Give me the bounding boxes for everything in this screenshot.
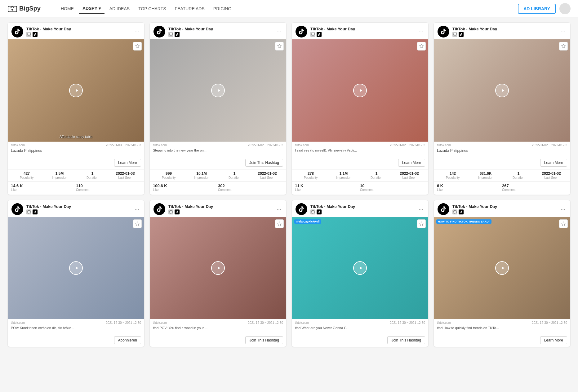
card-title-block: TikTok - Make Your Day 💬 <box>452 27 556 37</box>
card-thumbnail[interactable] <box>8 217 144 319</box>
favorite-button[interactable] <box>417 219 426 228</box>
card-header: TikTok - Make Your Day 💬 ··· <box>292 23 428 39</box>
platform-icon <box>175 209 180 214</box>
play-button[interactable] <box>353 261 367 275</box>
stat-popularity: 278 Popularity <box>295 171 327 179</box>
card-thumbnail[interactable] <box>292 39 428 142</box>
thumb-badge: HOW TO FIND TIKTOK TRENDS EARLY <box>436 219 491 224</box>
card-thumbnail[interactable] <box>150 217 286 319</box>
favorite-button[interactable] <box>559 42 568 51</box>
stat-duration: 1 Duration <box>503 171 534 179</box>
tiktok-logo <box>438 26 449 37</box>
cta-button[interactable]: Learn More <box>114 159 141 167</box>
stat-duration: 1 Duration <box>361 171 392 179</box>
card-thumbnail[interactable]: #FritoLayRickRoll <box>292 217 428 319</box>
comment-icon: 💬 <box>26 32 31 37</box>
card-icons: 💬 <box>310 209 414 214</box>
ad-library-button[interactable]: AD LIBRARY <box>518 4 556 14</box>
play-button[interactable] <box>211 84 225 97</box>
card-cta-area: Join This Hashtag <box>150 157 286 169</box>
card-thumbnail[interactable] <box>434 39 570 142</box>
card-cta-area: Learn More <box>8 157 144 169</box>
play-button[interactable] <box>353 84 367 97</box>
cta-button[interactable]: Learn More <box>398 159 425 167</box>
card-likes: 100.6 K Like 302 Comment <box>150 181 286 195</box>
card-source: tiktok.com <box>295 321 309 324</box>
card-description: POV: Kund:innen erzählen dir, sie bräuc.… <box>8 325 144 335</box>
card-icons: 💬 <box>452 32 556 37</box>
play-button[interactable] <box>69 261 83 275</box>
card-header: TikTok - Make Your Day 💬 ··· <box>434 200 570 217</box>
card-desc-preview: #ad What are you Never Gonna G... <box>295 326 425 330</box>
card-grid: TikTok - Make Your Day 💬 ··· Affordable … <box>7 22 571 347</box>
card-more-button[interactable]: ··· <box>559 29 567 34</box>
nav-top-charts[interactable]: TOP CHARTS <box>135 4 170 14</box>
card-icons: 💬 <box>26 32 130 37</box>
nav-links: HOME ADSPY ▾ AD IDEAS TOP CHARTS FEATURE… <box>57 3 518 14</box>
nav-pricing[interactable]: PRICING <box>210 4 235 14</box>
nav-adspy[interactable]: ADSPY ▾ <box>79 3 104 14</box>
nav-feature-ads[interactable]: FEATURE ADS <box>171 4 208 14</box>
card-description: Stepping into the new year the on... <box>150 148 286 157</box>
card-desc-preview: I said yes (to myself). #finejewelry #so… <box>295 148 425 153</box>
card-description: Lazada Philippines <box>8 148 144 157</box>
card-2: TikTok - Make Your Day 💬 ··· <box>149 22 287 195</box>
cta-button[interactable]: Learn More <box>540 336 567 344</box>
card-cta-area: Join This Hashtag <box>150 335 286 347</box>
card-more-button[interactable]: ··· <box>275 206 282 212</box>
card-5: TikTok - Make Your Day 💬 ··· <box>7 200 144 347</box>
cta-button[interactable]: Join This Hashtag <box>387 336 425 344</box>
favorite-button[interactable] <box>275 42 284 51</box>
logo[interactable]: BigSpy <box>7 4 41 14</box>
card-more-button[interactable]: ··· <box>417 206 425 212</box>
nav-home[interactable]: HOME <box>57 4 78 14</box>
platform-icon <box>317 209 322 214</box>
card-title-block: TikTok - Make Your Day 💬 <box>168 27 272 37</box>
comment-icon: 💬 <box>452 32 457 37</box>
play-button[interactable] <box>211 261 225 275</box>
nav-ad-ideas[interactable]: AD IDEAS <box>106 4 133 14</box>
card-more-button[interactable]: ··· <box>559 206 567 212</box>
cta-button[interactable]: Abonnieren <box>114 336 141 344</box>
card-meta: tiktok.com 2022-01-02 ~ 2022-01-02 <box>150 142 286 148</box>
comment-count: 302 Comment <box>218 183 283 192</box>
cta-button[interactable]: Join This Hashtag <box>245 159 283 167</box>
card-icons: 💬 <box>310 32 414 37</box>
favorite-button[interactable] <box>133 219 142 228</box>
card-stats: 142 Popularity 631.6K Impression 1 Durat… <box>434 169 570 181</box>
comment-icon: 💬 <box>168 32 173 37</box>
play-button[interactable] <box>495 261 509 275</box>
favorite-button[interactable] <box>133 42 142 51</box>
card-meta: tiktok.com 2021-12-30 ~ 2021-12-30 <box>8 319 144 325</box>
card-title: TikTok - Make Your Day <box>168 204 272 209</box>
tiktok-logo <box>296 203 307 215</box>
card-thumbnail[interactable] <box>150 39 286 142</box>
card-1: TikTok - Make Your Day 💬 ··· Affordable … <box>7 22 144 195</box>
card-title: TikTok - Make Your Day <box>452 204 556 209</box>
card-date-range: 2021-12-30 ~ 2021-12-30 <box>106 321 141 324</box>
card-meta: tiktok.com 2021-12-30 ~ 2021-12-30 <box>292 319 428 325</box>
card-thumbnail[interactable]: HOW TO FIND TIKTOK TRENDS EARLY <box>434 217 570 319</box>
platform-icon <box>33 32 38 37</box>
avatar[interactable] <box>559 3 571 14</box>
favorite-button[interactable] <box>275 219 284 228</box>
tiktok-logo <box>11 26 23 37</box>
card-desc-preview: POV: Kund:innen erzählen dir, sie bräuc.… <box>11 326 141 330</box>
card-more-button[interactable]: ··· <box>133 206 140 212</box>
card-more-button[interactable]: ··· <box>417 29 425 34</box>
favorite-button[interactable] <box>559 219 568 228</box>
cta-button[interactable]: Learn More <box>540 159 567 167</box>
card-more-button[interactable]: ··· <box>133 29 140 34</box>
favorite-button[interactable] <box>417 42 426 51</box>
stat-popularity: 427 Popularity <box>11 171 42 179</box>
card-more-button[interactable]: ··· <box>275 29 282 34</box>
play-button[interactable] <box>495 84 509 97</box>
card-desc-preview: Stepping into the new year the on... <box>153 148 283 153</box>
card-header: TikTok - Make Your Day 💬 ··· <box>292 200 428 217</box>
stat-popularity: 142 Popularity <box>437 171 469 179</box>
play-button[interactable] <box>69 84 83 97</box>
like-count: 11 K Like <box>295 183 360 192</box>
cta-button[interactable]: Join This Hashtag <box>245 336 283 344</box>
card-thumbnail[interactable]: Affordable study table <box>8 39 144 142</box>
advertiser-name: Lazada Philippines <box>437 148 468 153</box>
